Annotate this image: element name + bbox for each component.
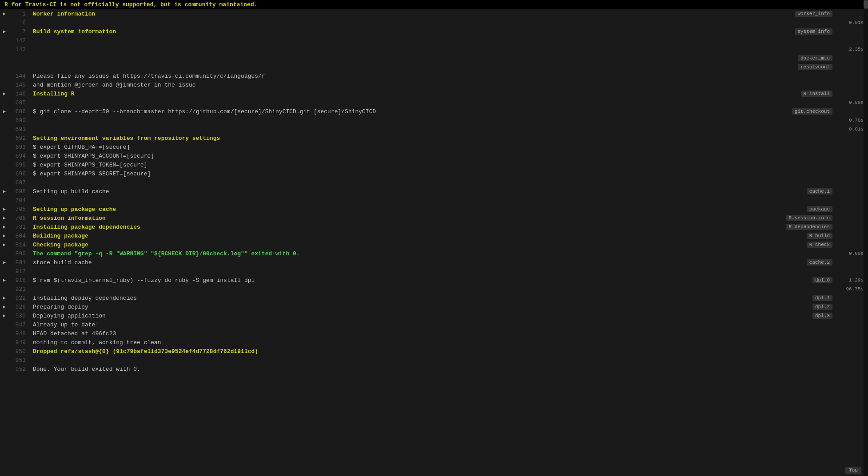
toggle-icon[interactable]: ▶ — [0, 242, 9, 247]
line-content: Installing deploy dependencies — [31, 295, 868, 301]
log-line: 144Please file any issues at https://tra… — [0, 71, 868, 80]
line-content: Preparing deploy — [31, 304, 868, 310]
time-tag: 0.01s — [839, 127, 864, 132]
toggle-icon[interactable]: ▶ — [0, 189, 9, 194]
log-line: 6910.01s — [0, 125, 868, 134]
line-number: 922 — [9, 295, 31, 301]
line-number: 705 — [9, 206, 31, 213]
log-line[interactable]: ▶891store build cachecache.2 — [0, 258, 868, 267]
scrollbar-track[interactable] — [864, 0, 868, 476]
log-line[interactable]: ▶7Build system informationsystem_info — [0, 27, 868, 36]
line-content: Done. Your build exited with 0. — [31, 366, 868, 373]
log-line: 692Setting environment variables from re… — [0, 134, 868, 143]
label-tag[interactable]: worker_info — [795, 11, 832, 17]
line-number: 694 — [9, 153, 31, 159]
line-number: 947 — [9, 321, 31, 328]
toggle-icon[interactable]: ▶ — [0, 206, 9, 212]
line-number: 698 — [9, 188, 31, 195]
log-line[interactable]: ▶922Installing deploy dependenciesdpl.1 — [0, 294, 868, 302]
log-line: docker_mtu — [0, 54, 868, 63]
log-line[interactable]: ▶698Setting up build cachecache.1 — [0, 187, 868, 196]
line-content: Setting up package cache — [31, 206, 868, 213]
log-line: 950Dropped refs/stash@{0} (91c79bafe11d3… — [0, 347, 868, 356]
label-tag[interactable]: dpl.1 — [812, 295, 832, 301]
line-content: Checking package — [31, 242, 868, 248]
label-tag[interactable]: git.checkout — [792, 108, 832, 115]
top-button[interactable]: Top — [845, 467, 861, 474]
log-line[interactable]: ▶731Installing package dependenciesR-dep… — [0, 222, 868, 231]
label-tag[interactable]: system_info — [795, 28, 832, 35]
log-line: 917 — [0, 267, 868, 276]
label-tag[interactable]: R-install — [801, 91, 832, 97]
toggle-icon[interactable]: ▶ — [0, 215, 9, 221]
log-line: 949nothing to commit, working tree clean — [0, 338, 868, 347]
line-number: 704 — [9, 197, 31, 204]
line-content: $ git clone --depth=50 --branch=master h… — [31, 108, 868, 115]
line-content: Setting up build cache — [31, 188, 868, 195]
line-number: 1 — [9, 11, 31, 17]
line-number: 949 — [9, 339, 31, 346]
log-line[interactable]: ▶1Worker informationworker_info — [0, 9, 868, 18]
notice-text: R for Travis-CI is not officially suppor… — [4, 1, 258, 8]
line-number: 918 — [9, 277, 31, 284]
log-line: 6850.00s — [0, 98, 868, 107]
label-tag[interactable]: cache.2 — [807, 259, 832, 266]
line-content: Already up to date! — [31, 321, 868, 328]
label-tag[interactable]: resolvconf — [798, 64, 832, 70]
line-number: 731 — [9, 224, 31, 230]
toggle-icon[interactable]: ▶ — [0, 260, 9, 265]
toggle-icon[interactable]: ▶ — [0, 91, 9, 96]
toggle-icon[interactable]: ▶ — [0, 295, 9, 301]
toggle-icon[interactable]: ▶ — [0, 11, 9, 16]
log-line[interactable]: ▶814Checking packageR-check — [0, 240, 868, 249]
scrollbar-thumb[interactable] — [864, 0, 868, 9]
log-line[interactable]: ▶804Building packageR-build — [0, 231, 868, 240]
toggle-icon[interactable]: ▶ — [0, 29, 9, 34]
log-line[interactable]: ▶918$ rvm $(travis_internal_ruby) --fuzz… — [0, 276, 868, 285]
time-tag: 1.29s — [839, 278, 864, 283]
line-content: Building package — [31, 233, 868, 239]
label-tag[interactable]: docker_mtu — [798, 55, 832, 61]
label-tag[interactable]: dpl.2 — [812, 304, 832, 310]
label-tag[interactable]: R-session-info — [786, 215, 832, 221]
label-tag[interactable]: R-dependencies — [786, 224, 832, 230]
toggle-icon[interactable]: ▶ — [0, 304, 9, 309]
toggle-icon[interactable]: ▶ — [0, 224, 9, 230]
line-number: 7 — [9, 28, 31, 35]
log-line[interactable]: ▶930Deploying applicationdpl.3 — [0, 311, 868, 320]
toggle-icon[interactable]: ▶ — [0, 313, 9, 318]
label-tag[interactable]: dpl_0 — [812, 277, 832, 283]
log-line[interactable]: ▶686$ git clone --depth=50 --branch=mast… — [0, 107, 868, 116]
line-number: 890 — [9, 250, 31, 257]
toggle-icon[interactable]: ▶ — [0, 278, 9, 283]
label-tag[interactable]: cache.1 — [807, 188, 832, 194]
toggle-icon[interactable]: ▶ — [0, 233, 9, 238]
line-number: 950 — [9, 348, 31, 355]
log-container[interactable]: R for Travis-CI is not officially suppor… — [0, 0, 868, 476]
toggle-icon[interactable]: ▶ — [0, 109, 9, 114]
line-content: R session information — [31, 215, 868, 222]
label-tag[interactable]: dpl.3 — [812, 313, 832, 319]
line-number: 142 — [9, 37, 31, 44]
line-number: 917 — [9, 268, 31, 275]
log-line: 6900.70s — [0, 116, 868, 125]
line-number: 921 — [9, 286, 31, 293]
label-tag[interactable]: package — [807, 206, 832, 212]
line-number: 930 — [9, 313, 31, 319]
label-tag[interactable]: R-check — [807, 242, 832, 248]
log-line[interactable]: ▶146Installing RR-install — [0, 89, 868, 98]
line-number: 926 — [9, 304, 31, 310]
line-number: 6 — [9, 20, 31, 26]
label-tag[interactable]: R-build — [807, 233, 832, 239]
log-line[interactable]: ▶926Preparing deploydpl.2 — [0, 302, 868, 311]
line-content: The command "grep -q -R "WARNING" "${RCH… — [31, 250, 868, 257]
line-content: Setting environment variables from repos… — [31, 135, 868, 142]
line-content: Build system information — [31, 28, 868, 35]
line-number: 891 — [9, 259, 31, 266]
log-line[interactable]: ▶708R session informationR-session-info — [0, 214, 868, 222]
line-number: 948 — [9, 330, 31, 337]
log-line: 694$ export SHINYAPPS_ACCOUNT=[secure] — [0, 151, 868, 160]
time-tag: 96.75s — [839, 286, 864, 292]
log-line[interactable]: ▶705Setting up package cachepackage — [0, 205, 868, 214]
line-number: 951 — [9, 357, 31, 364]
